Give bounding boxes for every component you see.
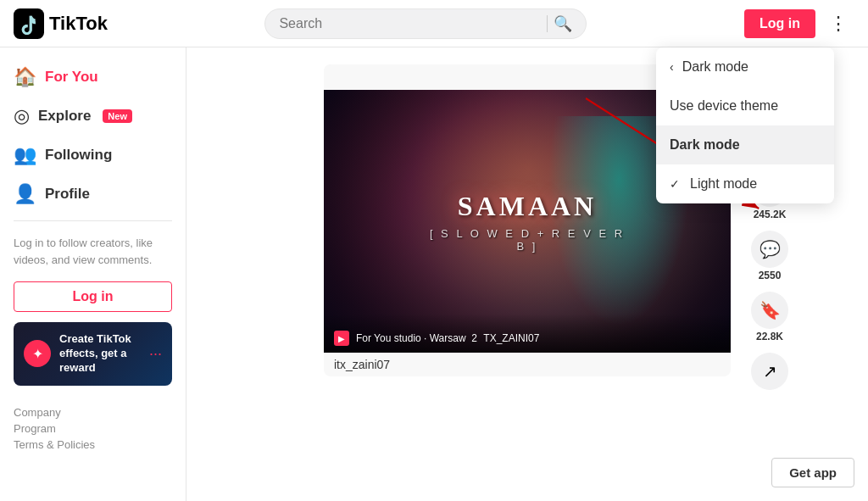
bookmark-icon: 🔖 <box>751 292 788 329</box>
sidebar: 🏠 For You ◎ Explore New 👥 Following 👤 Pr… <box>0 47 186 501</box>
bookmark-count: 22.8K <box>756 331 783 342</box>
comment-icon: 💬 <box>751 231 788 268</box>
header: TikTok 🔍 Log in ⋮ <box>0 0 868 47</box>
checkmark-icon: ✓ <box>670 177 680 191</box>
dropdown-device-theme-label: Use device theme <box>670 98 778 114</box>
following-icon: 👥 <box>14 144 36 166</box>
bookmark-button[interactable]: 🔖 22.8K <box>751 292 788 342</box>
more-options-button[interactable]: ⋮ <box>822 9 854 38</box>
channel-icon: ▶ <box>334 331 349 346</box>
effects-dots-icon: ··· <box>149 345 162 363</box>
logo[interactable]: TikTok <box>14 8 108 39</box>
login-button[interactable]: Log in <box>744 9 815 38</box>
search-divider <box>547 15 548 32</box>
dropdown-back-label: Dark mode <box>682 59 748 75</box>
share-icon: ↗ <box>751 353 788 390</box>
comment-count: 2550 <box>759 270 782 281</box>
header-right: Log in ⋮ <box>744 9 854 38</box>
share-button[interactable]: ↗ <box>751 353 788 390</box>
back-arrow-icon: ‹ <box>670 60 674 74</box>
explore-icon: ◎ <box>14 105 30 127</box>
video-channel-text: For You studio · Warsaw 2 TX_ZAINI07 <box>356 332 539 344</box>
sidebar-item-for-you[interactable]: 🏠 For You <box>0 58 186 97</box>
footer-terms[interactable]: Terms & Policies <box>14 438 172 451</box>
sidebar-item-following[interactable]: 👥 Following <box>0 136 186 175</box>
video-title-text: SAMAAN <box>426 191 629 222</box>
effects-text: Create TikTok effects, get a reward <box>59 332 141 376</box>
dropdown-device-theme[interactable]: Use device theme <box>656 86 834 125</box>
footer-company[interactable]: Company <box>14 406 172 419</box>
create-effects-banner[interactable]: ✦ Create TikTok effects, get a reward ··… <box>14 322 172 386</box>
dropdown-dark-mode[interactable]: Dark mode <box>656 125 834 164</box>
tiktok-logo-icon <box>14 8 44 39</box>
get-app-button[interactable]: Get app <box>771 458 854 487</box>
sidebar-nav: 🏠 For You ◎ Explore New 👥 Following 👤 Pr… <box>0 58 186 214</box>
promo-text: Log in to follow creators, like videos, … <box>0 228 186 275</box>
home-icon: 🏠 <box>14 66 36 88</box>
sidebar-login-button[interactable]: Log in <box>14 281 172 312</box>
sidebar-label-explore: Explore <box>38 108 91 125</box>
dropdown-back[interactable]: ‹ Dark mode <box>656 47 834 86</box>
video-title-overlay: SAMAAN [ S L O W E D + R E V E R B ] <box>426 191 629 253</box>
dropdown-light-mode-label: Light mode <box>690 176 757 192</box>
dropdown-dark-mode-label: Dark mode <box>670 137 740 153</box>
sidebar-item-profile[interactable]: 👤 Profile <box>0 175 186 214</box>
theme-dropdown: ‹ Dark mode Use device theme Dark mode ✓… <box>656 47 834 203</box>
sidebar-label-for-you: For You <box>45 69 98 86</box>
comment-button[interactable]: 💬 2550 <box>751 231 788 281</box>
explore-new-badge: New <box>103 109 132 123</box>
video-caption: itx_zaini07 <box>324 353 731 376</box>
sidebar-label-following: Following <box>45 147 112 164</box>
sidebar-footer: Company Program Terms & Policies <box>0 396 186 465</box>
logo-text: TikTok <box>49 13 108 35</box>
like-count: 245.2K <box>754 209 787 220</box>
dropdown-light-mode[interactable]: ✓ Light mode <box>656 164 834 203</box>
profile-icon: 👤 <box>14 183 36 205</box>
video-bottom-bar: ▶ For You studio · Warsaw 2 TX_ZAINI07 <box>324 314 731 353</box>
sidebar-label-profile: Profile <box>45 186 90 203</box>
search-button[interactable]: 🔍 <box>554 14 572 33</box>
video-subtitle-text: [ S L O W E D + R E V E R B ] <box>426 227 629 253</box>
sidebar-divider <box>14 220 172 221</box>
search-input[interactable] <box>279 16 539 31</box>
search-bar: 🔍 <box>264 8 587 39</box>
sidebar-item-explore[interactable]: ◎ Explore New <box>0 97 186 136</box>
effects-icon: ✦ <box>24 340 51 367</box>
footer-program[interactable]: Program <box>14 422 172 435</box>
